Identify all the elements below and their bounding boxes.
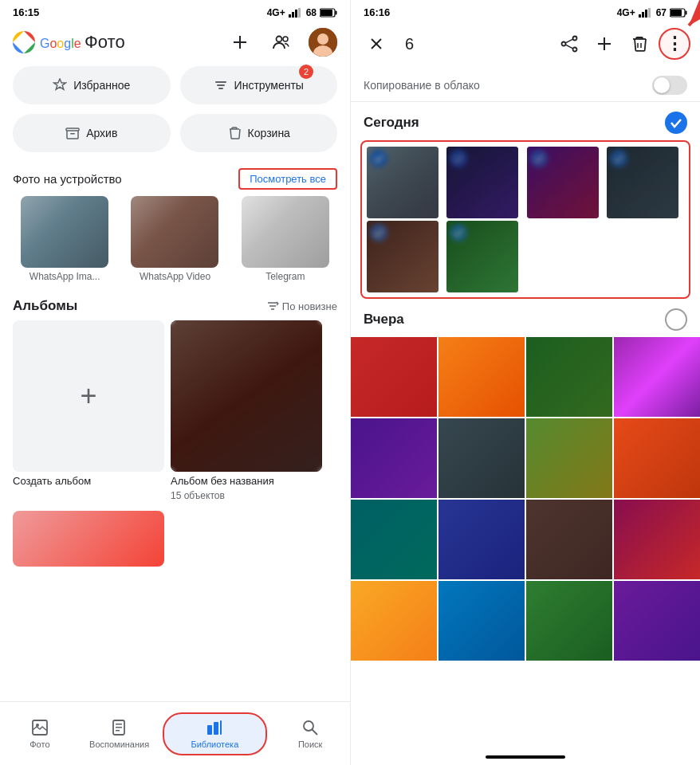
y-photo-11[interactable]	[526, 500, 612, 579]
left-panel: 16:15 4G+ 68	[0, 0, 350, 765]
photo-cell-4[interactable]	[607, 147, 678, 218]
home-indicator-right	[351, 749, 700, 765]
close-icon	[368, 36, 384, 52]
close-button[interactable]	[360, 28, 392, 60]
device-folder-whatsapp-video[interactable]: WhatsApp Video	[123, 196, 226, 282]
today-label: Сегодня	[364, 115, 419, 131]
svg-point-42	[573, 48, 577, 52]
home-bar-right	[486, 755, 565, 759]
svg-line-43	[565, 39, 572, 43]
memories-nav-icon	[111, 719, 128, 736]
y-photo-3[interactable]	[526, 337, 612, 417]
photo-cell-1[interactable]	[367, 147, 438, 218]
y-photo-12[interactable]	[614, 500, 700, 579]
plus-icon	[232, 34, 248, 50]
create-album-item[interactable]: + Создать альбом	[13, 320, 164, 501]
device-folder-thumb-2	[131, 196, 218, 268]
folder-label-1: WhatsApp Ima...	[29, 271, 100, 282]
y-photo-5[interactable]	[351, 418, 437, 498]
y-photo-9[interactable]	[351, 500, 437, 579]
cloud-copy-toggle[interactable]	[652, 76, 687, 95]
status-bar-right: 16:16 4G+ 67	[351, 0, 700, 22]
photo-cell-2[interactable]	[446, 147, 518, 218]
nav-memories[interactable]: Воспоминания	[80, 712, 159, 755]
time-right: 16:16	[364, 6, 390, 18]
y-photo-4[interactable]	[614, 337, 700, 417]
more-albums-partial	[0, 511, 350, 567]
albums-grid: + Создать альбом Альбом без названия 15 …	[0, 320, 350, 511]
avatar[interactable]	[309, 28, 337, 57]
y-photo-16[interactable]	[614, 581, 700, 661]
signal-left: 4G+	[267, 7, 285, 18]
google-photos-logo: Google Фото	[13, 31, 125, 53]
nav-photos[interactable]: Фото	[0, 712, 80, 755]
svg-point-13	[317, 33, 328, 45]
check-icon	[670, 116, 682, 129]
create-album-plus-icon: +	[80, 379, 96, 413]
bottom-nav: Фото Воспоминания Библиотека	[0, 701, 350, 765]
y-photo-8[interactable]	[614, 418, 700, 498]
add-button[interactable]	[226, 28, 254, 57]
y-photo-14[interactable]	[438, 581, 525, 661]
library-nav-icon	[206, 719, 223, 736]
today-check-circle[interactable]	[665, 112, 687, 134]
tools-button[interactable]: Инструменты 2	[180, 66, 338, 104]
signal-bars-left	[289, 8, 303, 18]
y-photo-7[interactable]	[526, 418, 612, 498]
device-folder-whatsapp-images[interactable]: WhatsApp Ima...	[13, 196, 116, 282]
yesterday-photo-grid	[351, 337, 700, 661]
trash-button[interactable]: Корзина	[180, 114, 338, 152]
nav-search[interactable]: Поиск	[270, 712, 350, 755]
archive-label: Архив	[86, 127, 117, 139]
svg-rect-32	[642, 12, 644, 18]
photo-cell-5[interactable]	[367, 221, 438, 292]
sort-button[interactable]: По новизне	[266, 300, 337, 312]
create-album-thumb[interactable]: +	[13, 320, 164, 472]
add-to-button[interactable]	[588, 28, 620, 60]
unnamed-album-item[interactable]: Альбом без названия 15 объектов	[171, 320, 322, 501]
svg-rect-15	[215, 81, 226, 83]
delete-button[interactable]	[623, 28, 655, 60]
y-photo-15[interactable]	[526, 581, 612, 661]
nav-memories-label: Воспоминания	[89, 740, 149, 749]
y-photo-13[interactable]	[351, 581, 437, 661]
svg-rect-0	[289, 14, 291, 18]
avatar-image	[309, 28, 337, 57]
archive-icon	[65, 126, 80, 140]
photo-cell-3[interactable]	[527, 147, 599, 218]
svg-line-30	[313, 729, 318, 735]
battery-left: 68	[306, 7, 317, 18]
people-button[interactable]	[267, 28, 296, 57]
svg-point-40	[573, 37, 577, 41]
y-photo-6[interactable]	[438, 418, 525, 498]
svg-rect-1	[292, 12, 294, 18]
favorites-button[interactable]: Избранное	[13, 66, 171, 104]
svg-rect-24	[116, 727, 122, 728]
nav-library[interactable]: Библиотека	[163, 712, 268, 755]
device-folder-telegram[interactable]: Telegram	[234, 196, 337, 282]
device-photos-grid: WhatsApp Ima... WhatsApp Video Telegram	[0, 196, 350, 292]
archive-button[interactable]: Архив	[13, 114, 171, 152]
y-photo-2[interactable]	[438, 337, 525, 417]
cloud-copy-label: Копирование в облако	[364, 79, 480, 92]
toolbar-left-group: 6	[360, 28, 414, 60]
y-photo-1[interactable]	[351, 337, 437, 417]
photo-cell-6[interactable]	[446, 221, 518, 292]
more-options-button[interactable]: ⋮	[659, 28, 690, 60]
battery-icon-right	[670, 8, 687, 18]
tools-badge: 2	[299, 65, 313, 79]
nav-library-label: Библиотека	[191, 740, 238, 749]
yesterday-label: Вчера	[364, 312, 404, 328]
device-folder-thumb-1	[21, 196, 108, 268]
google-logo-icon	[13, 31, 35, 53]
nav-photos-label: Фото	[29, 740, 49, 749]
toggle-knob	[654, 77, 670, 93]
add-icon	[596, 35, 613, 53]
yesterday-select-circle[interactable]	[665, 308, 687, 331]
logo-text: Google Фото	[40, 32, 125, 53]
share-button[interactable]	[553, 28, 585, 60]
y-photo-10[interactable]	[438, 500, 525, 579]
partial-album-thumb	[13, 511, 164, 567]
folder-label-2: WhatsApp Video	[140, 271, 210, 282]
see-all-button[interactable]: Посмотреть все	[238, 168, 337, 190]
